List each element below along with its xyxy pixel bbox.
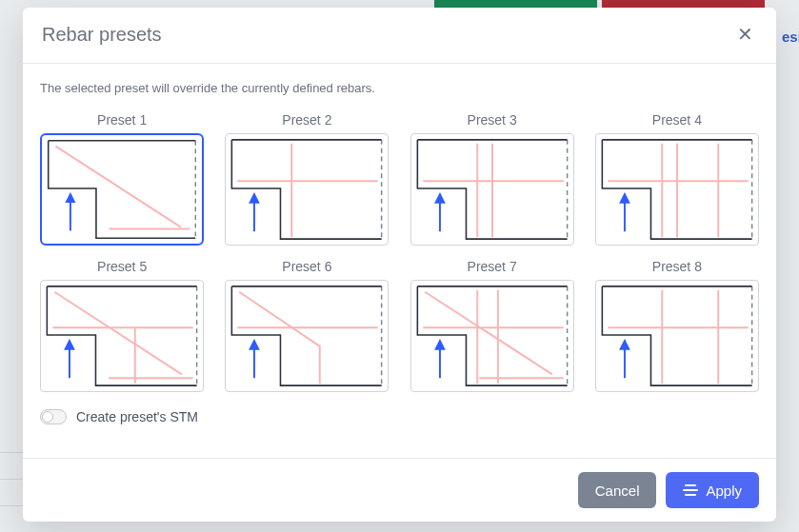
backdrop-accent-red xyxy=(602,0,765,8)
preset-thumb xyxy=(40,133,204,246)
apply-button[interactable]: Apply xyxy=(666,472,759,508)
toggle-knob xyxy=(42,411,53,423)
modal-footer: Cancel Apply xyxy=(23,458,776,522)
rebar-presets-modal: Rebar presets ✕ The selected preset will… xyxy=(23,8,776,522)
preset-thumb xyxy=(40,280,204,392)
preset-thumb xyxy=(410,133,574,246)
preset-thumb xyxy=(595,280,759,392)
preset-label: Preset 8 xyxy=(652,259,702,274)
svg-line-1 xyxy=(56,147,181,227)
modal-body: The selected preset will override the cu… xyxy=(23,64,776,458)
cancel-button[interactable]: Cancel xyxy=(578,472,657,508)
preset-7[interactable]: Preset 7 xyxy=(410,259,574,392)
preset-8[interactable]: Preset 8 xyxy=(595,259,759,392)
presets-grid: Preset 1 xyxy=(40,112,759,392)
align-icon xyxy=(683,483,698,497)
backdrop-accent-green xyxy=(434,0,597,8)
preset-thumb xyxy=(595,133,759,246)
svg-line-30 xyxy=(425,292,552,375)
preset-thumb xyxy=(225,133,389,246)
preset-label: Preset 4 xyxy=(652,112,702,128)
preset-label: Preset 1 xyxy=(97,112,147,128)
close-icon[interactable]: ✕ xyxy=(733,23,757,46)
preset-label: Preset 6 xyxy=(282,259,331,274)
create-stm-row: Create preset's STM xyxy=(40,409,759,424)
button-label: Cancel xyxy=(595,483,640,499)
modal-title: Rebar presets xyxy=(42,24,162,46)
info-text: The selected preset will override the cu… xyxy=(40,81,759,95)
preset-6[interactable]: Preset 6 xyxy=(225,259,389,392)
preset-label: Preset 3 xyxy=(468,112,517,128)
preset-thumb xyxy=(225,280,389,392)
preset-label: Preset 2 xyxy=(282,112,331,128)
preset-1[interactable]: Preset 1 xyxy=(40,112,204,246)
create-stm-toggle[interactable] xyxy=(40,409,67,424)
button-label: Apply xyxy=(706,483,742,499)
preset-3[interactable]: Preset 3 xyxy=(410,112,574,246)
preset-5[interactable]: Preset 5 xyxy=(40,259,204,392)
modal-header: Rebar presets ✕ xyxy=(23,8,776,64)
backdrop-gridlines xyxy=(0,452,23,532)
preset-thumb xyxy=(410,280,574,392)
backdrop-link-snippet: esi xyxy=(782,29,799,48)
preset-label: Preset 5 xyxy=(97,259,147,274)
preset-2[interactable]: Preset 2 xyxy=(225,112,389,246)
preset-4[interactable]: Preset 4 xyxy=(595,112,759,246)
svg-line-21 xyxy=(54,292,182,375)
preset-label: Preset 7 xyxy=(468,259,517,274)
create-stm-label: Create preset's STM xyxy=(76,409,198,424)
